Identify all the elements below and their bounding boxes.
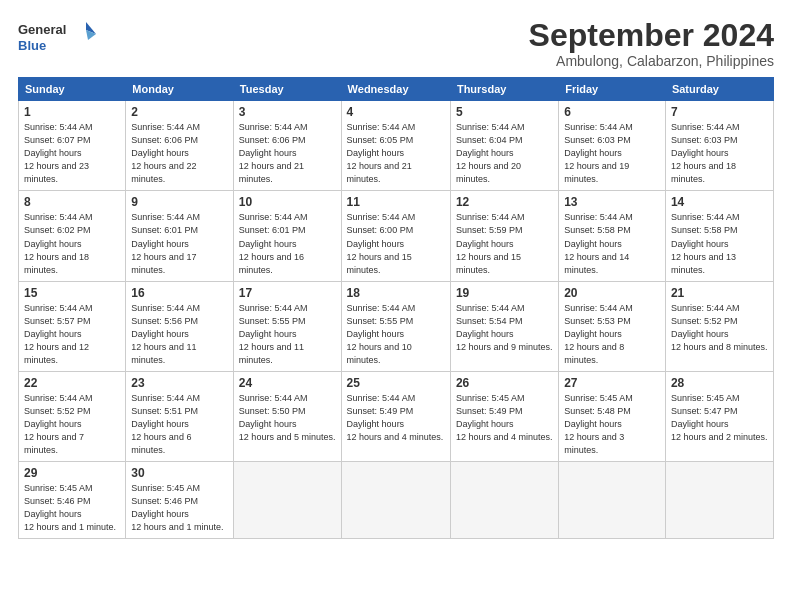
day-detail: Sunrise: 5:44 AMSunset: 5:58 PMDaylight … xyxy=(671,212,740,274)
day-number: 2 xyxy=(131,105,228,119)
day-detail: Sunrise: 5:44 AMSunset: 5:55 PMDaylight … xyxy=(239,303,308,365)
day-number: 25 xyxy=(347,376,445,390)
day-detail: Sunrise: 5:44 AMSunset: 6:06 PMDaylight … xyxy=(239,122,308,184)
day-number: 23 xyxy=(131,376,228,390)
calendar-day-cell: 8 Sunrise: 5:44 AMSunset: 6:02 PMDayligh… xyxy=(19,191,126,281)
calendar-week-row: 1 Sunrise: 5:44 AMSunset: 6:07 PMDayligh… xyxy=(19,101,774,191)
calendar-day-cell: 28 Sunrise: 5:45 AMSunset: 5:47 PMDaylig… xyxy=(665,371,773,461)
day-detail: Sunrise: 5:44 AMSunset: 6:04 PMDaylight … xyxy=(456,122,525,184)
day-detail: Sunrise: 5:44 AMSunset: 5:54 PMDaylight … xyxy=(456,303,553,352)
day-number: 30 xyxy=(131,466,228,480)
day-number: 22 xyxy=(24,376,120,390)
calendar-week-row: 8 Sunrise: 5:44 AMSunset: 6:02 PMDayligh… xyxy=(19,191,774,281)
calendar-day-cell: 1 Sunrise: 5:44 AMSunset: 6:07 PMDayligh… xyxy=(19,101,126,191)
day-number: 12 xyxy=(456,195,553,209)
day-detail: Sunrise: 5:44 AMSunset: 5:58 PMDaylight … xyxy=(564,212,633,274)
calendar-day-cell: 11 Sunrise: 5:44 AMSunset: 6:00 PMDaylig… xyxy=(341,191,450,281)
calendar-day-cell: 16 Sunrise: 5:44 AMSunset: 5:56 PMDaylig… xyxy=(126,281,234,371)
calendar-table: SundayMondayTuesdayWednesdayThursdayFrid… xyxy=(18,77,774,539)
day-detail: Sunrise: 5:44 AMSunset: 5:53 PMDaylight … xyxy=(564,303,633,365)
calendar-day-cell: 29 Sunrise: 5:45 AMSunset: 5:46 PMDaylig… xyxy=(19,462,126,539)
day-number: 1 xyxy=(24,105,120,119)
day-detail: Sunrise: 5:45 AMSunset: 5:46 PMDaylight … xyxy=(131,483,223,532)
location-subtitle: Ambulong, Calabarzon, Philippines xyxy=(529,53,774,69)
calendar-week-row: 15 Sunrise: 5:44 AMSunset: 5:57 PMDaylig… xyxy=(19,281,774,371)
day-number: 18 xyxy=(347,286,445,300)
calendar-day-cell: 21 Sunrise: 5:44 AMSunset: 5:52 PMDaylig… xyxy=(665,281,773,371)
calendar-day-cell: 22 Sunrise: 5:44 AMSunset: 5:52 PMDaylig… xyxy=(19,371,126,461)
calendar-day-cell xyxy=(665,462,773,539)
day-detail: Sunrise: 5:44 AMSunset: 5:51 PMDaylight … xyxy=(131,393,200,455)
day-number: 20 xyxy=(564,286,660,300)
svg-text:Blue: Blue xyxy=(18,38,46,53)
day-number: 29 xyxy=(24,466,120,480)
day-detail: Sunrise: 5:44 AMSunset: 6:00 PMDaylight … xyxy=(347,212,416,274)
day-detail: Sunrise: 5:44 AMSunset: 5:52 PMDaylight … xyxy=(24,393,93,455)
calendar-day-cell: 7 Sunrise: 5:44 AMSunset: 6:03 PMDayligh… xyxy=(665,101,773,191)
day-detail: Sunrise: 5:44 AMSunset: 5:59 PMDaylight … xyxy=(456,212,525,274)
day-detail: Sunrise: 5:44 AMSunset: 5:55 PMDaylight … xyxy=(347,303,416,365)
calendar-day-cell: 27 Sunrise: 5:45 AMSunset: 5:48 PMDaylig… xyxy=(559,371,666,461)
day-number: 4 xyxy=(347,105,445,119)
calendar-day-header: Friday xyxy=(559,78,666,101)
day-number: 5 xyxy=(456,105,553,119)
day-detail: Sunrise: 5:45 AMSunset: 5:48 PMDaylight … xyxy=(564,393,633,455)
day-number: 10 xyxy=(239,195,336,209)
calendar-day-cell: 3 Sunrise: 5:44 AMSunset: 6:06 PMDayligh… xyxy=(233,101,341,191)
calendar-day-cell: 24 Sunrise: 5:44 AMSunset: 5:50 PMDaylig… xyxy=(233,371,341,461)
day-number: 15 xyxy=(24,286,120,300)
calendar-day-cell xyxy=(341,462,450,539)
day-number: 6 xyxy=(564,105,660,119)
day-number: 17 xyxy=(239,286,336,300)
day-detail: Sunrise: 5:44 AMSunset: 6:05 PMDaylight … xyxy=(347,122,416,184)
calendar-day-cell: 4 Sunrise: 5:44 AMSunset: 6:05 PMDayligh… xyxy=(341,101,450,191)
day-detail: Sunrise: 5:44 AMSunset: 6:06 PMDaylight … xyxy=(131,122,200,184)
day-detail: Sunrise: 5:44 AMSunset: 5:50 PMDaylight … xyxy=(239,393,336,442)
calendar-day-cell xyxy=(559,462,666,539)
logo: General Blue xyxy=(18,18,98,56)
day-detail: Sunrise: 5:45 AMSunset: 5:47 PMDaylight … xyxy=(671,393,768,442)
calendar-day-header: Monday xyxy=(126,78,234,101)
calendar-day-cell: 18 Sunrise: 5:44 AMSunset: 5:55 PMDaylig… xyxy=(341,281,450,371)
calendar-day-cell xyxy=(450,462,558,539)
day-number: 9 xyxy=(131,195,228,209)
calendar-week-row: 22 Sunrise: 5:44 AMSunset: 5:52 PMDaylig… xyxy=(19,371,774,461)
day-detail: Sunrise: 5:44 AMSunset: 5:52 PMDaylight … xyxy=(671,303,768,352)
calendar-day-cell xyxy=(233,462,341,539)
day-number: 7 xyxy=(671,105,768,119)
calendar-day-header: Wednesday xyxy=(341,78,450,101)
calendar-week-row: 29 Sunrise: 5:45 AMSunset: 5:46 PMDaylig… xyxy=(19,462,774,539)
day-number: 14 xyxy=(671,195,768,209)
day-detail: Sunrise: 5:44 AMSunset: 5:49 PMDaylight … xyxy=(347,393,444,442)
calendar-day-cell: 9 Sunrise: 5:44 AMSunset: 6:01 PMDayligh… xyxy=(126,191,234,281)
day-detail: Sunrise: 5:44 AMSunset: 5:57 PMDaylight … xyxy=(24,303,93,365)
calendar-day-cell: 13 Sunrise: 5:44 AMSunset: 5:58 PMDaylig… xyxy=(559,191,666,281)
day-number: 24 xyxy=(239,376,336,390)
day-detail: Sunrise: 5:44 AMSunset: 6:03 PMDaylight … xyxy=(564,122,633,184)
day-number: 28 xyxy=(671,376,768,390)
page-title: September 2024 xyxy=(529,18,774,53)
day-number: 11 xyxy=(347,195,445,209)
calendar-day-cell: 6 Sunrise: 5:44 AMSunset: 6:03 PMDayligh… xyxy=(559,101,666,191)
calendar-day-cell: 19 Sunrise: 5:44 AMSunset: 5:54 PMDaylig… xyxy=(450,281,558,371)
day-number: 3 xyxy=(239,105,336,119)
day-number: 19 xyxy=(456,286,553,300)
day-detail: Sunrise: 5:44 AMSunset: 6:03 PMDaylight … xyxy=(671,122,740,184)
svg-text:General: General xyxy=(18,22,66,37)
day-detail: Sunrise: 5:44 AMSunset: 6:01 PMDaylight … xyxy=(239,212,308,274)
calendar-day-cell: 17 Sunrise: 5:44 AMSunset: 5:55 PMDaylig… xyxy=(233,281,341,371)
day-number: 16 xyxy=(131,286,228,300)
day-number: 26 xyxy=(456,376,553,390)
day-number: 8 xyxy=(24,195,120,209)
day-detail: Sunrise: 5:44 AMSunset: 5:56 PMDaylight … xyxy=(131,303,200,365)
calendar-day-cell: 14 Sunrise: 5:44 AMSunset: 5:58 PMDaylig… xyxy=(665,191,773,281)
day-detail: Sunrise: 5:44 AMSunset: 6:02 PMDaylight … xyxy=(24,212,93,274)
day-number: 13 xyxy=(564,195,660,209)
calendar-day-cell: 25 Sunrise: 5:44 AMSunset: 5:49 PMDaylig… xyxy=(341,371,450,461)
calendar-day-cell: 15 Sunrise: 5:44 AMSunset: 5:57 PMDaylig… xyxy=(19,281,126,371)
day-number: 27 xyxy=(564,376,660,390)
day-number: 21 xyxy=(671,286,768,300)
calendar-day-cell: 23 Sunrise: 5:44 AMSunset: 5:51 PMDaylig… xyxy=(126,371,234,461)
calendar-day-cell: 12 Sunrise: 5:44 AMSunset: 5:59 PMDaylig… xyxy=(450,191,558,281)
day-detail: Sunrise: 5:45 AMSunset: 5:46 PMDaylight … xyxy=(24,483,116,532)
